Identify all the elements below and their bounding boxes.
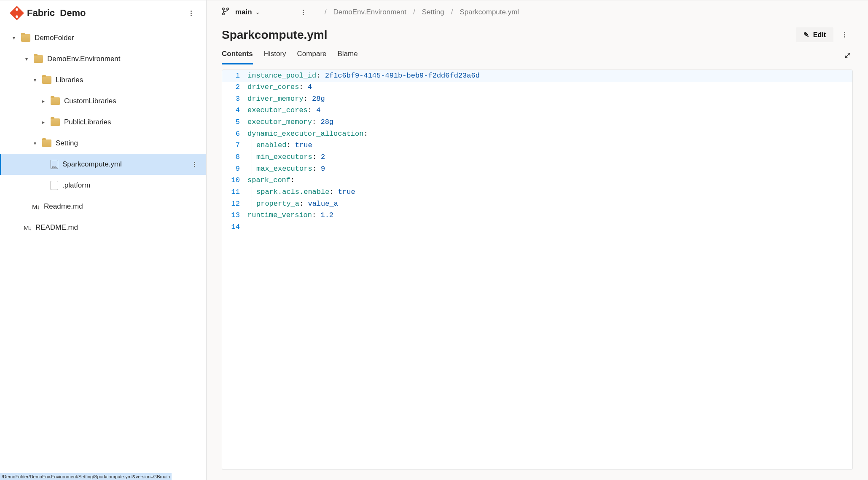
line-number: 3 xyxy=(222,93,246,105)
breadcrumb-separator: / xyxy=(451,8,453,16)
svg-point-0 xyxy=(223,8,225,10)
chevron-down-icon: ▾ xyxy=(32,140,38,146)
line-number: 11 xyxy=(222,186,246,198)
tree-file-sparkcompute[interactable]: Sparkcompute.yml xyxy=(0,154,206,175)
code-content: driver_cores: 4 xyxy=(246,82,852,94)
code-line[interactable]: 7enabled: true xyxy=(222,140,852,152)
code-line[interactable]: 4executor_cores: 4 xyxy=(222,105,852,117)
svg-point-2 xyxy=(227,8,229,10)
folder-icon xyxy=(51,118,60,126)
branch-more-button[interactable] xyxy=(297,5,310,19)
git-repo-icon xyxy=(10,6,24,20)
code-content xyxy=(246,221,852,233)
folder-icon xyxy=(42,76,51,84)
branch-name: main xyxy=(235,8,252,16)
tab-blame[interactable]: Blame xyxy=(338,50,358,64)
svg-point-1 xyxy=(223,13,225,15)
tree-folder-customlibraries[interactable]: ▸ CustomLibraries xyxy=(0,91,206,112)
line-number: 14 xyxy=(222,221,246,233)
tree-label: Setting xyxy=(56,139,78,147)
tree-item-more-button[interactable] xyxy=(188,158,201,171)
markdown-icon xyxy=(24,224,31,231)
yml-file-icon xyxy=(51,160,58,169)
fullscreen-button[interactable]: ⤢ xyxy=(844,50,851,64)
code-content: spark.acls.enable: true xyxy=(246,186,852,198)
tree-file-platform[interactable]: .platform xyxy=(0,175,206,196)
code-line[interactable]: 2driver_cores: 4 xyxy=(222,82,852,94)
topbar: main ⌄ / DemoEnv.Environment / Setting /… xyxy=(207,0,868,24)
code-line[interactable]: 10spark_conf: xyxy=(222,175,852,187)
chevron-down-icon: ▾ xyxy=(24,56,30,62)
code-line[interactable]: 14 xyxy=(222,221,852,233)
code-line[interactable]: 3driver_memory: 28g xyxy=(222,93,852,105)
file-tree: ▾ DemoFolder ▾ DemoEnv.Environment ▾ Lib… xyxy=(0,26,206,480)
file-title: Sparkcompute.yml xyxy=(222,28,796,42)
code-line[interactable]: 11spark.acls.enable: true xyxy=(222,186,852,198)
line-number: 2 xyxy=(222,82,246,94)
repo-more-button[interactable] xyxy=(184,6,198,20)
code-viewer[interactable]: 1instance_pool_id: 2f1c6bf9-4145-491b-be… xyxy=(222,70,853,470)
kebab-icon xyxy=(844,32,845,38)
code-line[interactable]: 8min_executors: 2 xyxy=(222,151,852,163)
kebab-icon xyxy=(194,162,195,167)
tree-folder-demofolder[interactable]: ▾ DemoFolder xyxy=(0,27,206,48)
tree-label: PublicLibraries xyxy=(64,118,111,126)
edit-label: Edit xyxy=(813,31,826,39)
code-line[interactable]: 13runtime_version: 1.2 xyxy=(222,210,852,222)
code-line[interactable]: 12property_a: value_a xyxy=(222,198,852,210)
breadcrumb-separator: / xyxy=(413,8,415,16)
code-content: enabled: true xyxy=(246,140,852,152)
tree-label: README.md xyxy=(35,223,78,232)
chevron-right-icon: ▸ xyxy=(40,98,46,104)
tree-folder-setting[interactable]: ▾ Setting xyxy=(0,133,206,154)
code-line[interactable]: 5executor_memory: 28g xyxy=(222,117,852,129)
repo-name[interactable]: Fabric_Demo xyxy=(27,8,179,19)
tree-file-readme-inner[interactable]: Readme.md xyxy=(0,196,206,217)
tree-folder-demoenv[interactable]: ▾ DemoEnv.Environment xyxy=(0,48,206,70)
code-content: dynamic_executor_allocation: xyxy=(246,128,852,140)
folder-icon xyxy=(42,139,51,147)
tree-file-readme-root[interactable]: README.md xyxy=(0,217,206,238)
line-number: 1 xyxy=(222,70,246,82)
tree-label: Sparkcompute.yml xyxy=(62,160,122,169)
chevron-down-icon: ▾ xyxy=(11,35,17,41)
line-number: 4 xyxy=(222,105,246,117)
markdown-icon xyxy=(32,203,40,210)
kebab-icon xyxy=(303,10,304,15)
breadcrumb: / DemoEnv.Environment / Setting / Sparkc… xyxy=(325,8,519,16)
breadcrumb-demoenv[interactable]: DemoEnv.Environment xyxy=(333,8,406,16)
tree-folder-publiclibraries[interactable]: ▸ PublicLibraries xyxy=(0,112,206,133)
tree-label: DemoEnv.Environment xyxy=(47,55,121,63)
edit-button[interactable]: ✎ Edit xyxy=(796,27,833,42)
tab-contents[interactable]: Contents xyxy=(222,50,253,64)
status-bar-url: /DemoFolder/DemoEnv.Environment/Setting/… xyxy=(0,473,172,480)
code-line[interactable]: 1instance_pool_id: 2f1c6bf9-4145-491b-be… xyxy=(222,70,852,82)
line-number: 12 xyxy=(222,198,246,210)
main-content: main ⌄ / DemoEnv.Environment / Setting /… xyxy=(207,0,868,480)
line-number: 10 xyxy=(222,175,246,187)
tab-compare[interactable]: Compare xyxy=(297,50,327,64)
folder-icon xyxy=(51,97,60,105)
code-line[interactable]: 6dynamic_executor_allocation: xyxy=(222,128,852,140)
line-number: 7 xyxy=(222,140,246,152)
line-number: 13 xyxy=(222,210,246,222)
code-line[interactable]: 9max_executors: 9 xyxy=(222,163,852,175)
file-explorer-sidebar: Fabric_Demo ▾ DemoFolder ▾ DemoEnv.Envir… xyxy=(0,0,207,480)
code-content: runtime_version: 1.2 xyxy=(246,210,852,222)
code-content: max_executors: 9 xyxy=(246,163,852,175)
file-icon xyxy=(51,181,58,190)
chevron-down-icon: ⌄ xyxy=(255,9,260,15)
line-number: 9 xyxy=(222,163,246,175)
tree-folder-libraries[interactable]: ▾ Libraries xyxy=(0,70,206,91)
tab-history[interactable]: History xyxy=(264,50,286,64)
file-more-button[interactable] xyxy=(838,28,851,42)
pencil-icon: ✎ xyxy=(804,31,809,39)
tree-label: CustomLibraries xyxy=(64,97,116,105)
branch-selector[interactable]: main ⌄ xyxy=(235,8,260,16)
code-content: executor_cores: 4 xyxy=(246,105,852,117)
code-content: min_executors: 2 xyxy=(246,151,852,163)
file-header: Sparkcompute.yml ✎ Edit xyxy=(207,24,868,42)
code-content: property_a: value_a xyxy=(246,198,852,210)
folder-icon xyxy=(21,34,30,42)
breadcrumb-setting[interactable]: Setting xyxy=(422,8,444,16)
